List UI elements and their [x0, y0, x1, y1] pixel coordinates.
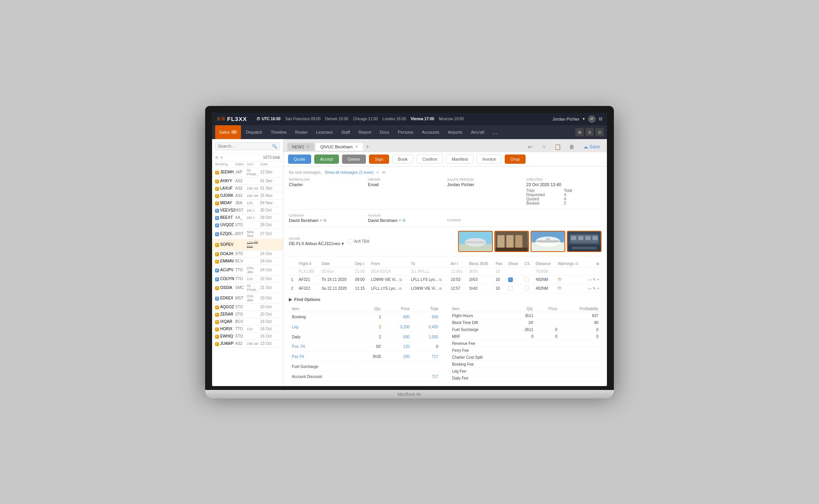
tab-qivuc[interactable]: QIVUC Beckham ✕ — [316, 143, 363, 151]
accept-button[interactable]: Accept — [314, 155, 339, 164]
sidebar-toolbar: ⊘ ≡ 1073 total — [212, 154, 283, 161]
list-item[interactable]: FSOPEV 123 26 Oct — [212, 239, 283, 250]
sidebar-item-sales[interactable]: Sales 10 — [215, 125, 241, 139]
drop-button[interactable]: Drop — [505, 155, 526, 164]
list-item[interactable]: FOSDIA SMC 02 Privat... 21 Oct — [212, 283, 283, 293]
list-item[interactable]: BACUPV TTO CPA Jets 24 Oct — [212, 265, 283, 276]
sidebar-item-dispatch[interactable]: Dispatch — [242, 125, 266, 139]
booking-detail: No new messages. Show all messages (3 mo… — [283, 166, 607, 386]
cloud-icon: ☁ — [583, 144, 588, 150]
pricing-row: Leg 2 3,200 6,400 — [290, 323, 441, 332]
show-checkbox-1[interactable]: ✓ — [508, 277, 513, 282]
list-item[interactable]: FLAXUF AS2 248 Jet 01 Dec — [212, 185, 283, 192]
tba-checkbox[interactable] — [348, 239, 352, 244]
sign-button[interactable]: Sign — [369, 155, 389, 164]
undo-icon[interactable]: ↩ — [525, 141, 536, 152]
list-item[interactable]: BUVQOZ STO 28 Oct — [212, 222, 283, 229]
list-item[interactable]: FEMMAV BCV 24 Oct — [212, 258, 283, 265]
sort-icon[interactable]: ≡ — [221, 155, 223, 160]
list-item[interactable]: FIXQAR BCV 16 Oct — [212, 318, 283, 326]
customer-select[interactable]: David Beckham ▾ ⧉ — [289, 218, 364, 223]
user-area[interactable]: Jordan Pichler ▾ JP ⊟ — [553, 115, 602, 123]
copy-icon[interactable]: 📋 — [553, 141, 563, 152]
aircraft-photo-2[interactable] — [494, 231, 529, 252]
logo: ≡≡ FL3XX — [217, 115, 247, 123]
sidebar-item-persons[interactable]: Persons — [394, 125, 417, 139]
list-item[interactable]: BEDKEX MST CPA Jets 20 Oct — [212, 293, 283, 304]
list-item[interactable]: BVEEVS2 MST Zet 1 30 Oct — [212, 207, 283, 214]
invoice-button[interactable]: Invoice — [477, 155, 502, 164]
utc-time: ⏱ UTC 16:00 — [256, 117, 281, 121]
quote-button[interactable]: Quote — [288, 155, 311, 164]
owner-button[interactable]: Owner — [342, 155, 366, 164]
tba-checkbox-block[interactable]: Acft TBA — [348, 239, 369, 244]
settings-icon[interactable]: ⊟ — [599, 116, 602, 121]
list-item[interactable]: FAQGOZ STO 20 Oct — [212, 304, 283, 311]
book-button[interactable]: Book — [392, 155, 413, 164]
svg-rect-14 — [538, 240, 558, 242]
svg-rect-25 — [572, 246, 597, 249]
list-item[interactable]: BBEEXT AA_ Zet 1 29 Oct — [212, 214, 283, 222]
list-item[interactable]: FJEEWH JAP 02 Privat... 12 Dec — [212, 167, 283, 178]
flight-row-2[interactable]: 2 AF322 Su 22.11 2020 11:15 LFLL LYS Lyo… — [289, 284, 602, 293]
list-item[interactable]: FDOAJH STO 24 Oct — [212, 250, 283, 258]
aircraft-photo-3[interactable] — [531, 231, 565, 252]
sidebar-item-docs[interactable]: Docs — [376, 125, 393, 139]
find-options-header[interactable]: ▶ Find Options — [289, 297, 602, 302]
list-item[interactable]: FJUAWP AS2 249 Jet 13 Oct — [212, 340, 283, 348]
tab-add-button[interactable]: + — [364, 142, 371, 152]
customer-external-link[interactable]: ⧉ — [324, 218, 326, 223]
manifest-button[interactable]: Manifest — [446, 155, 474, 164]
search-input-wrap[interactable]: 🔍 — [215, 142, 280, 150]
view-btn-3[interactable]: ▥ — [595, 128, 604, 136]
list-item[interactable]: FAYAYY AS2 01 Dec — [212, 178, 283, 185]
account-select[interactable]: David Beckham ▾ ⧉ — [368, 218, 443, 223]
search-input[interactable] — [218, 144, 272, 148]
save-button[interactable]: ☁ Save — [580, 143, 603, 151]
list-item[interactable]: FMIDAY JBA 123 04 Nov — [212, 200, 283, 207]
list-item[interactable]: FHORIX TTO 123 16 Oct — [212, 326, 283, 333]
show-checkbox-2[interactable] — [508, 286, 513, 291]
tab-close-qivuc[interactable]: ✕ — [355, 144, 358, 149]
list-item[interactable]: BCOUYN TTO 123 22 Oct — [212, 276, 283, 283]
aircraft-photo-4[interactable] — [567, 231, 602, 252]
nav-views: ▦ ▤ ▥ — [575, 128, 604, 136]
view-btn-2[interactable]: ▤ — [585, 128, 594, 136]
add-message-icon[interactable]: + — [377, 170, 379, 175]
list-item[interactable]: FOJORK AS2 248 Jet 25 Nov — [212, 192, 283, 200]
show-all-messages[interactable]: Show all messages (3 more) — [325, 170, 374, 175]
list-item[interactable]: BEZQIS... MST Mira Test 27 Oct — [212, 229, 283, 239]
filter-icon[interactable]: ⊘ — [215, 155, 218, 160]
aircraft-photo-1[interactable] — [458, 231, 493, 252]
sidebar-item-aircraft[interactable]: Aircraft — [467, 125, 488, 139]
sidebar-item-report[interactable]: Report — [355, 125, 375, 139]
logo-text: FL3XX — [227, 116, 247, 122]
sidebar-item-accounts[interactable]: Accounts — [418, 125, 443, 139]
view-btn-1[interactable]: ▦ — [575, 128, 584, 136]
customer-arrow: ▾ — [320, 218, 322, 222]
cs-checkbox-1[interactable] — [524, 277, 529, 282]
collapse-icon: ▶ — [289, 297, 292, 302]
sidebar-item-airports[interactable]: Airports — [444, 125, 466, 139]
account-external-link[interactable]: ⧉ — [403, 218, 405, 223]
delete-icon[interactable]: 🗑 — [566, 141, 577, 152]
email-icon[interactable]: ✉ — [382, 170, 385, 175]
cs-checkbox-2[interactable] — [524, 286, 529, 291]
profitability-row: Charter Cost Split — [450, 354, 601, 361]
list-item[interactable]: FEWHIQ STO 16 Oct — [212, 333, 283, 340]
nav-more-button[interactable]: ... — [489, 125, 500, 139]
sidebar-item-licenses[interactable]: Licenses — [312, 125, 337, 139]
action-toolbar: Quote Accept Owner Sign Book Confirm Man… — [283, 152, 607, 166]
tab-new1[interactable]: NEW1 ✕ — [287, 143, 314, 151]
svg-rect-16 — [555, 240, 561, 242]
list-item[interactable]: FZERAR STO 20 Oct — [212, 311, 283, 318]
tab-close-new1[interactable]: ✕ — [307, 144, 310, 149]
confirm-button[interactable]: Confirm — [416, 155, 443, 164]
flight-row-1[interactable]: 1 AF321 Th 19.11 2020 09:00 LOWW VIE Vi.… — [289, 275, 602, 284]
fork-icon[interactable]: ⑂ — [539, 141, 549, 152]
svg-rect-22 — [585, 236, 591, 240]
aircraft-selector[interactable]: OE-FLX Airbus ACJ321neo ▾ — [289, 241, 344, 246]
sidebar-item-staff[interactable]: Staff — [337, 125, 354, 139]
sidebar-item-timeline[interactable]: Timeline — [267, 125, 290, 139]
sidebar-item-roster[interactable]: Roster — [291, 125, 311, 139]
